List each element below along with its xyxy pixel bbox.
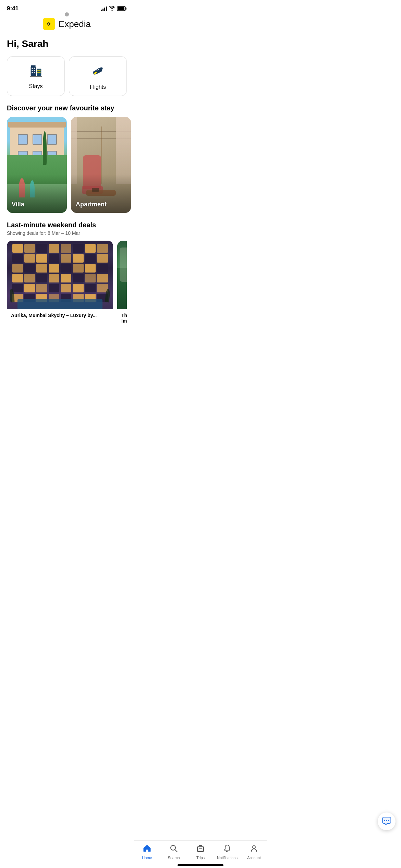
svg-rect-15 <box>39 70 40 71</box>
deals-scroll[interactable]: Aurika, Mumbai Skycity – Luxury by... Th… <box>7 241 127 327</box>
apartment-card[interactable]: Apartment <box>71 117 131 213</box>
apartment-label: Apartment <box>76 201 107 208</box>
aurika-deal-card[interactable]: Aurika, Mumbai Skycity – Luxury by... <box>7 241 113 327</box>
deals-subtitle: Showing deals for: 8 Mar – 10 Mar <box>7 230 127 236</box>
svg-rect-2 <box>118 7 124 10</box>
theimr-deal-card[interactable]: The Imr... <box>117 241 127 327</box>
signal-icon <box>101 6 107 11</box>
theimr-deal-name: The Imr... <box>117 309 127 327</box>
greeting-text: Hi, Sarah <box>7 38 127 49</box>
svg-rect-11 <box>32 72 33 73</box>
svg-rect-1 <box>126 8 127 10</box>
aurika-hotel-image <box>7 241 113 309</box>
app-header: ✈ Expedia <box>0 15 134 36</box>
wifi-icon <box>109 6 115 11</box>
logo-container: ✈ Expedia <box>43 18 91 30</box>
svg-rect-16 <box>37 72 39 73</box>
svg-rect-5 <box>31 67 36 76</box>
svg-rect-9 <box>32 70 33 71</box>
service-grid: Stays Flights <box>0 56 134 104</box>
app-title: Expedia <box>59 19 91 29</box>
svg-point-23 <box>95 72 96 73</box>
flights-card[interactable]: Flights <box>69 56 127 96</box>
svg-rect-10 <box>34 70 35 71</box>
svg-rect-18 <box>29 76 42 76</box>
svg-rect-17 <box>39 72 40 73</box>
camera-dot <box>65 12 69 16</box>
svg-text:✈: ✈ <box>47 21 51 27</box>
theimr-hotel-image <box>117 241 127 309</box>
discover-title: Discover your new favourite stay <box>7 104 127 112</box>
stays-icon <box>29 63 43 80</box>
villa-card[interactable]: Villa <box>7 117 67 213</box>
svg-rect-6 <box>31 65 36 68</box>
svg-rect-14 <box>37 70 39 71</box>
stays-card[interactable]: Stays <box>7 56 65 96</box>
expedia-logo-icon: ✈ <box>43 18 55 30</box>
villa-label: Villa <box>12 201 24 208</box>
hotel-window-grid <box>12 244 108 302</box>
status-time: 9:41 <box>7 5 19 12</box>
discover-section-header: Discover your new favourite stay <box>0 104 134 117</box>
svg-point-25 <box>98 69 99 70</box>
aurika-deal-name: Aurika, Mumbai Skycity – Luxury by... <box>7 309 113 322</box>
stay-types-scroll[interactable]: Villa <box>0 117 134 221</box>
svg-rect-12 <box>34 72 35 73</box>
stays-label: Stays <box>29 83 42 89</box>
svg-rect-8 <box>34 68 35 69</box>
flights-icon <box>90 63 106 81</box>
svg-point-24 <box>96 70 97 71</box>
deals-section: Last-minute weekend deals Showing deals … <box>0 221 134 334</box>
svg-rect-7 <box>32 68 33 69</box>
battery-icon <box>117 6 127 11</box>
deals-title: Last-minute weekend deals <box>7 221 127 229</box>
flights-label: Flights <box>90 84 106 90</box>
greeting-section: Hi, Sarah <box>0 36 134 56</box>
status-icons <box>101 6 127 11</box>
